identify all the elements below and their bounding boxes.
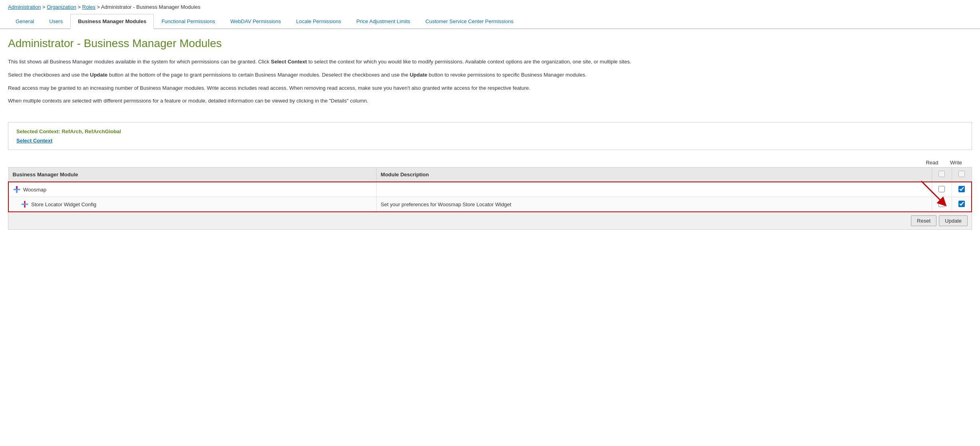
button-row: Reset Update [8,212,972,230]
context-label: Selected Context: RefArch, RefArchGlobal [16,128,964,134]
select-context-link[interactable]: Select Context [16,138,52,144]
breadcrumb-current: Administrator - Business Manager Modules [101,4,200,10]
description-3: Read access may be granted to an increas… [8,84,972,93]
breadcrumb-organization[interactable]: Organization [47,4,76,10]
description-1: This list shows all Business Manager mod… [8,58,972,66]
svg-line-7 [921,181,943,203]
col-module: Business Manager Module [8,168,377,182]
svg-rect-5 [22,204,28,205]
woosmap-icon [13,186,21,193]
store-locator-icon [21,200,29,208]
tab-users[interactable]: Users [42,14,70,29]
col-description: Module Description [377,168,932,182]
module-description-cell: Set your preferences for Woosmap Store L… [377,197,932,212]
tab-business-manager-modules[interactable]: Business Manager Modules [70,14,154,29]
tab-general[interactable]: General [8,14,42,29]
module-name-cell: Woosmap [8,182,377,197]
module-name-cell: Store Locator Widget Config [8,197,377,212]
read-write-header: Read Write [8,158,972,167]
table-wrapper: Read Write Business Manager Module Modul… [8,158,972,230]
read-all-checkbox[interactable] [938,171,945,177]
tab-functional-permissions[interactable]: Functional Permissions [154,14,222,29]
description-4: When multiple contexts are selected with… [8,97,972,105]
store-locator-write-checkbox[interactable] [958,201,965,207]
red-arrow-icon [917,177,949,209]
svg-rect-1 [14,189,20,190]
module-name: Woosmap [23,187,46,193]
table-row: Woosmap [8,182,972,197]
tab-bar: General Users Business Manager Modules F… [0,14,980,29]
table-header-row: Business Manager Module Module Descripti… [8,168,972,182]
module-description-cell [377,182,932,197]
tab-customer-service[interactable]: Customer Service Center Permissions [418,14,521,29]
update-button[interactable]: Update [939,215,968,226]
svg-rect-2 [16,186,17,189]
description-2: Select the checkboxes and use the Update… [8,71,972,79]
write-all-checkbox[interactable] [958,171,965,177]
svg-rect-3 [16,190,17,193]
breadcrumb: Administration > Organization > Roles > … [0,0,980,14]
context-box: Selected Context: RefArch, RefArchGlobal… [8,122,972,150]
woosmap-write-checkbox[interactable] [958,186,965,192]
breadcrumb-roles[interactable]: Roles [82,4,95,10]
permissions-table: Business Manager Module Module Descripti… [8,167,972,212]
read-label: Read [920,160,944,166]
page-title: Administrator - Business Manager Modules [0,29,980,54]
tab-locale-permissions[interactable]: Locale Permissions [288,14,349,29]
description-area: This list shows all Business Manager mod… [0,54,980,118]
breadcrumb-administration[interactable]: Administration [8,4,41,10]
write-label: Write [944,160,968,166]
table-row: Store Locator Widget Config Set your pre… [8,197,972,212]
write-check-cell[interactable] [952,197,972,212]
write-check-cell[interactable] [952,182,972,197]
module-name: Store Locator Widget Config [31,201,96,207]
tab-webdav-permissions[interactable]: WebDAV Permissions [223,14,289,29]
col-write-check[interactable] [952,168,972,182]
reset-button[interactable]: Reset [911,215,936,226]
tab-price-adjustment[interactable]: Price Adjustment Limits [349,14,418,29]
